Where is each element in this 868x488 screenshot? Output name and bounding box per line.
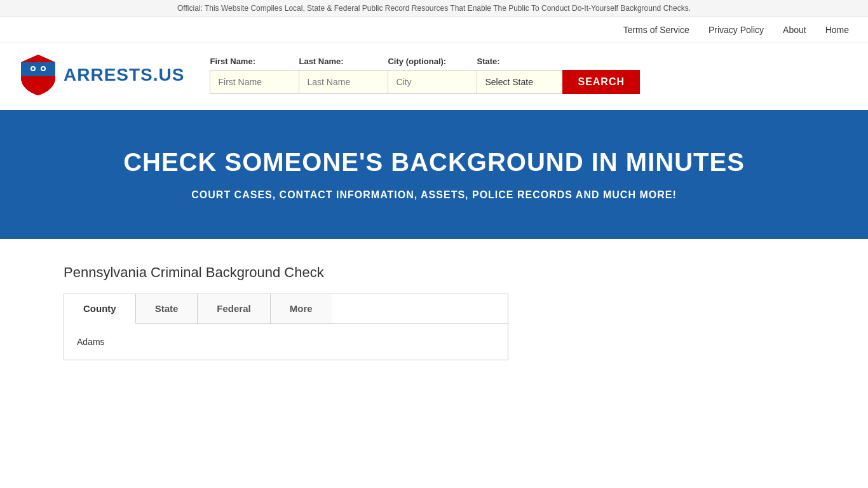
- hero-banner: CHECK SOMEONE'S BACKGROUND IN MINUTES CO…: [0, 110, 868, 239]
- nav-home[interactable]: Home: [825, 25, 849, 35]
- svg-point-3: [32, 67, 34, 70]
- city-input[interactable]: [388, 70, 477, 94]
- navigation: Terms of Service Privacy Policy About Ho…: [0, 17, 868, 43]
- tab-federal[interactable]: Federal: [198, 294, 270, 323]
- first-name-input[interactable]: [210, 70, 299, 94]
- hero-subtitle: COURT CASES, CONTACT INFORMATION, ASSETS…: [19, 189, 849, 201]
- hero-title: CHECK SOMEONE'S BACKGROUND IN MINUTES: [19, 148, 849, 177]
- section-title: Pennsylvania Criminal Background Check: [64, 264, 804, 281]
- first-name-label: First Name:: [210, 57, 299, 66]
- last-name-label: Last Name:: [299, 57, 388, 66]
- logo-area[interactable]: ARRESTS.US: [19, 53, 184, 97]
- header: ARRESTS.US First Name: Last Name: City (…: [0, 43, 868, 110]
- tab-content-county: Adams: [64, 324, 508, 360]
- state-select[interactable]: Select State Alabama Alaska Arizona Arka…: [477, 70, 562, 94]
- list-item[interactable]: Adams: [77, 334, 495, 349]
- svg-point-4: [42, 67, 44, 70]
- logo-text: ARRESTS.US: [64, 65, 184, 85]
- logo-shield-icon: [19, 53, 57, 97]
- tab-county[interactable]: County: [64, 294, 136, 324]
- main-content: Pennsylvania Criminal Background Check C…: [0, 239, 868, 386]
- search-form: First Name: Last Name: City (optional): …: [210, 57, 640, 94]
- announcement-bar: Official: This Website Compiles Local, S…: [0, 0, 868, 17]
- city-label: City (optional):: [388, 57, 477, 66]
- nav-about[interactable]: About: [783, 25, 806, 35]
- tabs-header: County State Federal More: [64, 294, 508, 324]
- state-label: State:: [477, 57, 562, 66]
- tab-state[interactable]: State: [136, 294, 198, 323]
- search-button[interactable]: SEARCH: [562, 70, 640, 94]
- nav-terms-of-service[interactable]: Terms of Service: [623, 25, 689, 35]
- tabs-container: County State Federal More Adams: [64, 294, 508, 360]
- announcement-text: Official: This Website Compiles Local, S…: [177, 4, 691, 13]
- nav-privacy-policy[interactable]: Privacy Policy: [709, 25, 764, 35]
- tab-more[interactable]: More: [271, 294, 332, 323]
- last-name-input[interactable]: [299, 70, 388, 94]
